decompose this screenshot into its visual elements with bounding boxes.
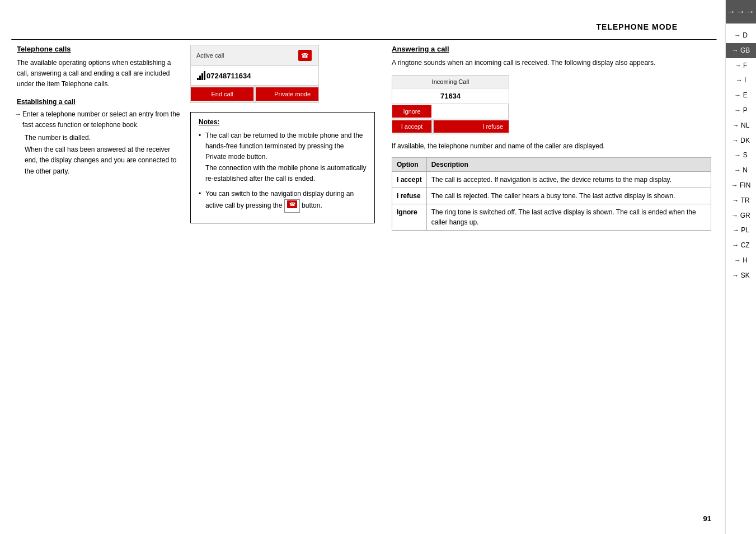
sidebar-item-n[interactable]: → N [726, 163, 756, 178]
refuse-button[interactable]: I refuse [434, 120, 509, 133]
sidebar-item-s[interactable]: → S [726, 148, 756, 163]
sidebar-item-fin[interactable]: → FIN [726, 178, 756, 193]
option-cell: I refuse [392, 188, 427, 204]
incoming-call-box: Incoming Call 71634 Ignore I accept I re… [392, 75, 509, 134]
table-row: I acceptThe call is accepted. If navigat… [392, 172, 711, 188]
section-title: TELEPHONE MODE [597, 22, 678, 31]
description-cell: The call is rejected. The caller hears a… [426, 188, 711, 204]
active-call-box: Active call ☎ 07248711634 End call Priva… [190, 45, 319, 103]
table-row: IgnoreThe ring tone is switched off. The… [392, 204, 711, 231]
svg-rect-5 [204, 71, 205, 80]
sidebar-item-h[interactable]: → H [726, 253, 756, 268]
option-cell: I accept [392, 172, 427, 188]
sidebar: →→→ → D→ GB→ F→ I→ E→ P→ NL→ DK→ S→ N→ F… [725, 0, 756, 534]
sidebar-item-cz[interactable]: → CZ [726, 238, 756, 253]
intro-text: The available operating options when est… [17, 58, 185, 90]
option-cell: Ignore [392, 204, 427, 231]
end-call-button[interactable]: End call [191, 87, 253, 101]
action-buttons-row: End call Private mode [191, 86, 318, 102]
svg-text:☎: ☎ [301, 52, 309, 59]
active-call-label: Active call [196, 52, 224, 59]
phone-number-row: 07248711634 [191, 66, 318, 86]
accept-refuse-row: I accept I refuse [392, 119, 509, 134]
incoming-number: 71634 [392, 88, 509, 104]
section-divider [11, 39, 717, 40]
accept-button[interactable]: I accept [392, 120, 431, 133]
svg-rect-4 [201, 73, 203, 80]
sidebar-item-sk[interactable]: → SK [726, 268, 756, 283]
description-cell: The ring tone is switched off. The last … [426, 204, 711, 231]
description-cell: The call is accepted. If navigation is a… [426, 172, 711, 188]
sidebar-item-i[interactable]: → I [726, 73, 756, 88]
sidebar-item-gr[interactable]: → GR [726, 208, 756, 223]
private-mode-button[interactable]: Private mode [256, 87, 318, 101]
notes-bullet-1: The call can be returned to the mobile p… [199, 130, 367, 184]
ignore-row: Ignore [392, 104, 509, 119]
notes-title: Notes: [199, 118, 367, 126]
phone-number-display: 07248711634 [206, 72, 251, 80]
call-answered-text: When the call has been answered at the r… [17, 144, 185, 177]
ignore-spacer [431, 104, 509, 119]
sidebar-item-dk[interactable]: → DK [726, 133, 756, 148]
page-number: 91 [703, 514, 711, 523]
sidebar-item-tr[interactable]: → TR [726, 193, 756, 208]
sidebar-arrows: →→→ [726, 0, 756, 24]
sidebar-item-pl[interactable]: → PL [726, 223, 756, 238]
sidebar-item-nl[interactable]: → NL [726, 118, 756, 133]
incoming-call-header: Incoming Call [392, 76, 509, 88]
options-table: Option Description I acceptThe call is a… [392, 157, 711, 231]
sidebar-item-p[interactable]: → P [726, 103, 756, 118]
signal-icon [196, 71, 206, 81]
sidebar-item-e[interactable]: → E [726, 88, 756, 103]
answering-intro-text: A ringtone sounds when an incoming call … [392, 58, 711, 68]
establishing-call-heading: Establishing a call [17, 98, 185, 106]
table-row: I refuseThe call is rejected. The caller… [392, 188, 711, 204]
sidebar-item-d[interactable]: → D [726, 28, 756, 43]
ignore-button[interactable]: Ignore [392, 105, 431, 118]
notes-bullet-2: You can switch to the navigation display… [199, 189, 367, 213]
svg-rect-3 [199, 76, 201, 80]
active-call-header: Active call ☎ [191, 45, 318, 66]
sidebar-item-gb[interactable]: → GB [726, 43, 756, 58]
sidebar-item-f[interactable]: → F [726, 58, 756, 73]
navigation-icon: ☎ [297, 49, 313, 62]
map-button-icon: ☎ [284, 199, 300, 213]
description-col-header: Description [426, 158, 711, 172]
caller-info-text: If available, the telephone number and n… [392, 141, 711, 152]
answering-call-heading: Answering a call [392, 45, 711, 53]
option-col-header: Option [392, 158, 427, 172]
bullet-enter-number: Enter a telephone number or select an en… [17, 109, 185, 130]
number-dialled-text: The number is dialled. [17, 133, 185, 143]
telephone-calls-heading: Telephone calls [17, 45, 185, 53]
left-column: Telephone calls The available operating … [17, 45, 185, 178]
svg-rect-2 [197, 78, 199, 80]
right-column: Answering a call A ringtone sounds when … [392, 45, 711, 231]
notes-box: Notes: The call can be returned to the m… [190, 112, 375, 223]
svg-text:☎: ☎ [289, 202, 295, 207]
